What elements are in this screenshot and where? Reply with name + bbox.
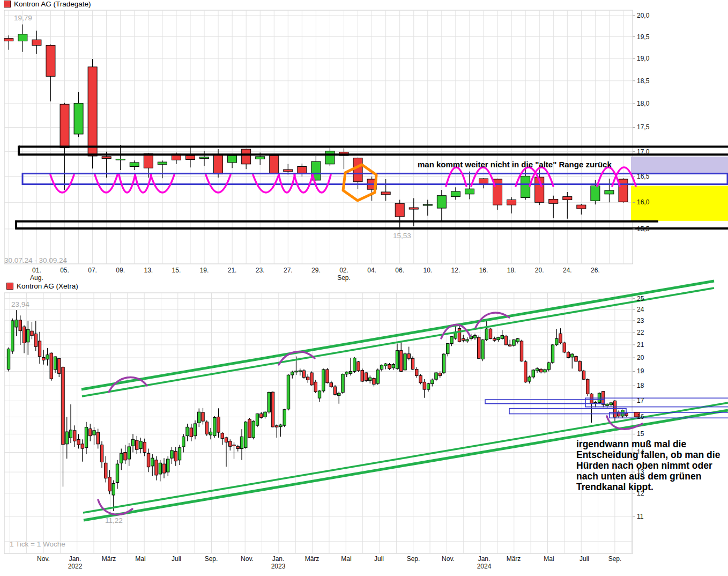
- candle: [563, 192, 572, 219]
- candle: [124, 445, 127, 464]
- x-axis-label: 09.: [116, 267, 125, 274]
- candle: [307, 374, 309, 383]
- candle-body: [392, 365, 395, 368]
- y-axis-label: 15: [637, 430, 644, 438]
- x-axis-label: Mai: [135, 555, 145, 563]
- candle: [481, 339, 484, 361]
- candle-body: [34, 334, 37, 346]
- candle-body: [93, 431, 95, 435]
- candle-body: [409, 208, 418, 209]
- candle: [34, 321, 37, 351]
- candle: [19, 315, 21, 345]
- x-axis-label: 02.: [339, 267, 348, 274]
- candle: [233, 442, 235, 459]
- candle: [105, 456, 107, 483]
- candle-body: [619, 179, 628, 202]
- candle-body: [130, 163, 139, 166]
- candle-body: [376, 370, 379, 383]
- y-axis-label: 16: [637, 413, 644, 420]
- candle: [509, 340, 511, 347]
- candle-body: [544, 370, 546, 372]
- candle-body: [54, 357, 56, 370]
- candle: [23, 326, 25, 353]
- candle: [439, 371, 441, 378]
- candle: [462, 335, 465, 342]
- candle-body: [431, 380, 434, 383]
- candle-body: [167, 459, 169, 472]
- x-axis-label: 12.: [451, 267, 460, 274]
- x-axis-label: 16.: [479, 267, 488, 274]
- plot-frame: [4, 10, 633, 264]
- candle-body: [318, 391, 321, 398]
- candle-body: [325, 151, 335, 164]
- candle: [544, 368, 546, 373]
- candle-body: [473, 336, 476, 338]
- candle-body: [361, 371, 363, 381]
- candle-body: [27, 329, 29, 342]
- candle-body: [524, 362, 527, 382]
- candle: [174, 447, 177, 466]
- y-axis-label: 18,5: [637, 77, 650, 85]
- candle: [602, 391, 605, 407]
- candle: [330, 381, 332, 388]
- candle-body: [284, 169, 293, 172]
- xetra-legend-swatch-icon: [6, 283, 13, 290]
- tradegate-high-label: 19,79: [14, 14, 32, 22]
- candle-body: [549, 199, 558, 203]
- candle-body: [551, 345, 554, 363]
- candle-body: [302, 371, 305, 378]
- x-axis-month-label: Sep.: [337, 274, 351, 282]
- candle-body: [233, 445, 235, 446]
- candle-body: [228, 156, 237, 163]
- xetra-low-label: 11,22: [105, 516, 123, 525]
- candle-body: [279, 425, 282, 427]
- candle-body: [46, 355, 49, 359]
- x-axis-label: Sep.: [608, 555, 622, 563]
- candle-body: [547, 363, 550, 370]
- candle-body: [540, 370, 543, 372]
- candle-body: [466, 339, 469, 341]
- candle: [100, 441, 103, 468]
- candle-body: [18, 34, 27, 41]
- candle-body: [213, 417, 216, 435]
- candle: [322, 368, 325, 392]
- candle-body: [221, 433, 224, 439]
- candle-body: [479, 179, 488, 184]
- candle-body: [338, 393, 340, 395]
- candle: [314, 380, 317, 393]
- candle: [167, 456, 169, 476]
- candle-body: [353, 158, 362, 182]
- candle: [242, 149, 251, 169]
- y-axis-label: 21: [637, 341, 644, 349]
- candle: [291, 371, 294, 378]
- candle-body: [270, 156, 279, 173]
- candle: [349, 358, 352, 375]
- candle-body: [571, 354, 574, 357]
- x-axis-label: Jan.: [272, 555, 285, 563]
- candle: [504, 335, 507, 345]
- candle: [388, 363, 391, 370]
- candle: [489, 328, 492, 339]
- candle-body: [310, 373, 313, 385]
- xetra-legend: Kontron AG (Xetra): [6, 282, 78, 290]
- candle-body: [178, 448, 181, 460]
- candle-body: [276, 426, 278, 427]
- candle-body: [214, 155, 223, 174]
- x-axis-label: 29.: [311, 267, 321, 274]
- candle: [270, 155, 279, 174]
- candle-body: [32, 40, 41, 45]
- candle-body: [384, 364, 387, 366]
- blue-support-box: [485, 400, 604, 404]
- candle-body: [365, 373, 367, 381]
- candle: [85, 422, 87, 454]
- candle: [567, 351, 569, 358]
- candle-body: [462, 338, 465, 340]
- candle-body: [229, 441, 232, 447]
- candle-body: [100, 445, 103, 462]
- candle: [116, 145, 125, 170]
- candle-body: [46, 46, 55, 77]
- x-axis-label: Nov.: [442, 555, 455, 563]
- candle: [162, 458, 165, 478]
- candle-body: [81, 444, 84, 448]
- candle: [381, 179, 390, 201]
